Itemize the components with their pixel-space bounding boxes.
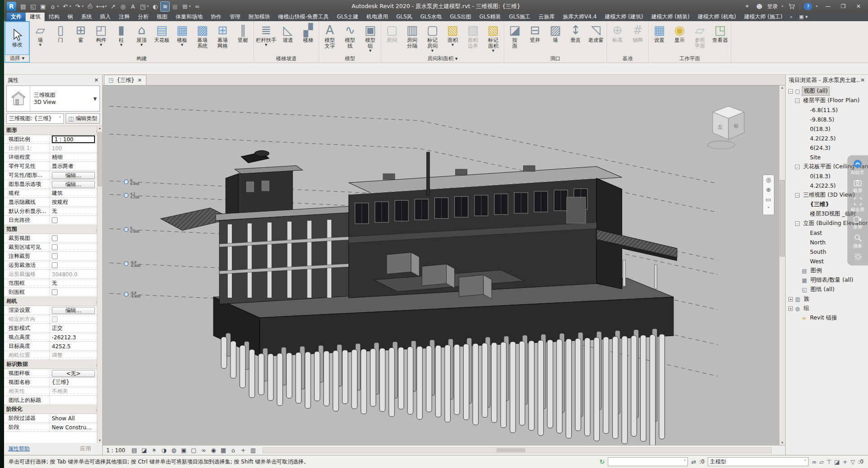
- tree-item-Revit 链接[interactable]: ∞Revit 链接: [786, 313, 868, 323]
- vertical-scrollbar[interactable]: ▴▾: [779, 86, 785, 445]
- property-checkbox[interactable]: [52, 244, 58, 250]
- ribbon-button-幕墙网格[interactable]: ⊞幕墙 网格: [212, 22, 233, 55]
- tab-建模大师 (建筑)[interactable]: 建模大师 (建筑): [601, 13, 647, 21]
- ribbon-button-楼梯[interactable]: ▞楼梯: [298, 22, 318, 55]
- tab-附加模块[interactable]: 附加模块: [244, 13, 274, 21]
- ai-fullscreen-button[interactable]: 截全屏: [851, 198, 864, 213]
- vertical-scrollbar-thumb[interactable]: [780, 180, 785, 256]
- tree-item-楼层平面 (Floor Plan)[interactable]: –楼层平面 (Floor Plan): [786, 96, 868, 105]
- property-value[interactable]: Show All: [52, 415, 75, 422]
- ribbon-button-垂直[interactable]: ↕垂直: [565, 22, 586, 55]
- ribbon-button-按面[interactable]: ◪按 面: [505, 22, 525, 55]
- ribbon-button-查看器[interactable]: ◳查看器: [710, 22, 730, 55]
- ribbon-button-修改[interactable]: 修改: [5, 22, 29, 54]
- user-icon[interactable]: ☻: [755, 2, 764, 11]
- ribbon-button-坡道[interactable]: ◺坡道: [278, 22, 298, 55]
- tab-分析[interactable]: 分析: [134, 13, 153, 21]
- panel-caption[interactable]: 工作平面: [649, 55, 730, 63]
- ribbon-button-竖井[interactable]: ⊟竖井: [525, 22, 545, 55]
- switch-windows-icon[interactable]: ⊞: [181, 2, 189, 11]
- tab-协作[interactable]: 协作: [207, 13, 226, 21]
- property-checkbox[interactable]: [52, 289, 58, 295]
- edit-button[interactable]: 编辑...: [52, 181, 95, 188]
- redo-dropdown-icon[interactable]: ▾: [82, 4, 84, 8]
- steering-wheel-icon[interactable]: ◎: [766, 177, 771, 183]
- panel-caption[interactable]: 洞口: [505, 55, 606, 63]
- home-icon[interactable]: ⌂: [49, 2, 57, 11]
- reveal-constraints-icon[interactable]: +: [239, 447, 248, 454]
- select-underlay-elements-icon[interactable]: ▱: [819, 459, 824, 465]
- properties-help-link[interactable]: 属性帮助: [8, 445, 30, 453]
- horizontal-scrollbar[interactable]: [262, 447, 772, 453]
- property-value[interactable]: 按规程: [52, 198, 68, 206]
- property-value[interactable]: 显示两者: [52, 162, 73, 170]
- property-input[interactable]: 1 : 100: [52, 135, 95, 143]
- measure-icon[interactable]: ⟷: [96, 2, 105, 11]
- tab-系统[interactable]: 系统: [77, 13, 96, 21]
- default-3d-view-icon[interactable]: ◳: [139, 2, 147, 11]
- project-browser-close-icon[interactable]: ✕: [860, 77, 865, 83]
- redo-icon[interactable]: ↷: [73, 2, 82, 11]
- ribbon-button-栏杆扶手[interactable]: ≣栏杆扶手▼: [254, 22, 278, 55]
- panel-caption[interactable]: 房间和面积 ▾: [382, 55, 503, 63]
- collapse-box-icon[interactable]: –: [795, 99, 800, 103]
- collapse-box-icon[interactable]: –: [795, 193, 800, 198]
- edit-button[interactable]: 编辑...: [52, 307, 95, 314]
- ribbon-display-toggle-icon[interactable]: ▣ ▾: [796, 13, 811, 21]
- tab-云族库[interactable]: 云族库: [534, 13, 559, 21]
- select-elements-by-face-icon[interactable]: ◪: [834, 459, 840, 465]
- rendering-dialog-icon[interactable]: ◍: [169, 447, 178, 454]
- tree-item-视图 (all)[interactable]: –▢视图 (all): [786, 86, 868, 96]
- tab-结构[interactable]: 结构: [45, 13, 63, 21]
- collapse-box-icon[interactable]: –: [795, 221, 800, 226]
- design-options-combo[interactable]: 主模型 ˅: [708, 457, 809, 466]
- select-pinned-elements-icon[interactable]: ⊤: [827, 459, 832, 465]
- properties-scrollbar[interactable]: ▴▾: [97, 126, 102, 443]
- property-value[interactable]: 正交: [52, 324, 63, 332]
- temporary-hide-isolate-icon[interactable]: ∞: [199, 447, 208, 454]
- tag-by-category-icon[interactable]: ◎: [119, 2, 127, 11]
- property-checkbox[interactable]: [52, 235, 58, 241]
- tab-overflow-icon[interactable]: »: [787, 13, 796, 21]
- panel-caption[interactable]: 构建: [30, 55, 253, 63]
- ribbon-button-模型组[interactable]: ▣模型 组▼: [360, 22, 380, 55]
- properties-close-icon[interactable]: ✕: [94, 77, 99, 83]
- ribbon-button-显示[interactable]: ◉显示: [669, 22, 690, 55]
- workset-combo[interactable]: ˅: [608, 457, 688, 466]
- tab-建模大师 (精装)[interactable]: 建模大师 (精装): [647, 13, 693, 21]
- panel-caption[interactable]: 基准: [607, 55, 648, 63]
- property-section-标识数据[interactable]: 标识数据∧: [4, 360, 102, 369]
- ribbon-button-模型线[interactable]: ∿模型 线: [340, 22, 360, 55]
- tab-钢[interactable]: 钢: [63, 13, 77, 21]
- pan-icon[interactable]: ▭: [766, 197, 771, 203]
- measure-dropdown-icon[interactable]: ▾: [105, 4, 107, 8]
- undo-icon[interactable]: ↶: [61, 2, 70, 11]
- property-value[interactable]: {三维}: [52, 378, 69, 386]
- tree-item-明细表/数量 (all)[interactable]: ▦明细表/数量 (all): [786, 275, 868, 285]
- tab-插入[interactable]: 插入: [96, 13, 115, 21]
- view-tab[interactable]: ◳ {三维} ✕: [104, 75, 146, 85]
- ribbon-button-门[interactable]: ▯门: [50, 22, 71, 55]
- tab-GLS土建[interactable]: GLS土建: [333, 13, 362, 21]
- search-icon[interactable]: ⌖: [743, 2, 751, 11]
- default-3d-view-dropdown-icon[interactable]: ▾: [147, 4, 149, 8]
- hide-analytical-model-icon[interactable]: ⌂: [229, 447, 238, 454]
- tree-item--6.8(11.5)[interactable]: -6.8(11.5): [786, 105, 868, 115]
- ribbon-button-幕墙系统[interactable]: ▩幕墙 系统: [192, 22, 212, 55]
- property-value[interactable]: -26212.3: [52, 334, 76, 341]
- ribbon-button-楼板[interactable]: ▦楼板▼: [172, 22, 192, 55]
- property-value[interactable]: 建筑: [52, 189, 63, 197]
- help-dropdown-icon[interactable]: ▾: [816, 4, 818, 8]
- ribbon-button-天花板[interactable]: ▤天花板: [152, 22, 172, 55]
- property-value[interactable]: 无: [52, 279, 57, 287]
- customize-qat-icon[interactable]: ≂: [193, 2, 202, 11]
- property-section-相机[interactable]: 相机∧: [4, 297, 102, 306]
- reveal-hidden-elements-icon[interactable]: ◉: [209, 447, 218, 454]
- ai-logo-button[interactable]: AI助手: [851, 159, 864, 176]
- sun-path-icon[interactable]: ☀: [149, 447, 158, 454]
- ribbon-button-设置[interactable]: ▦设置: [649, 22, 669, 55]
- tree-item-组[interactable]: +◍组: [786, 304, 868, 313]
- ribbon-button-屋顶[interactable]: ⌂屋顶▼: [131, 22, 152, 55]
- minimize-button[interactable]: —: [822, 3, 834, 9]
- property-checkbox[interactable]: [52, 262, 58, 268]
